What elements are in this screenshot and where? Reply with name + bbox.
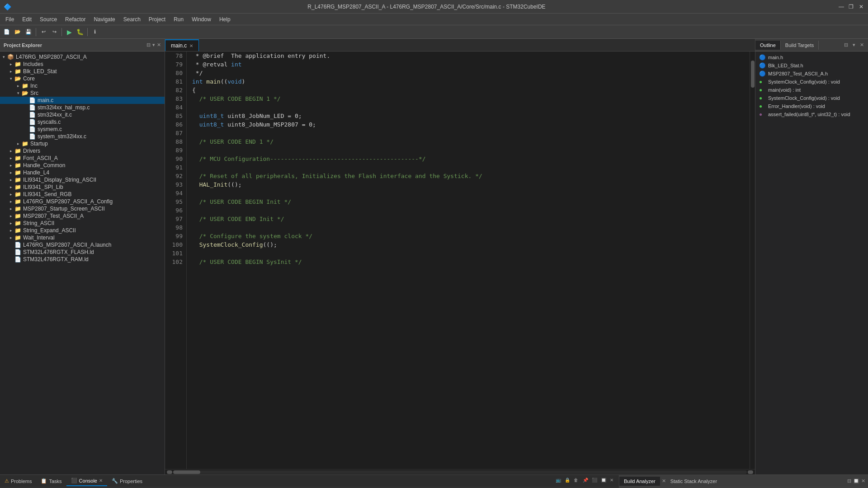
new-file-btn[interactable]: 📄 bbox=[2, 27, 12, 37]
tree-item-syscalls[interactable]: 📄syscalls.c bbox=[0, 118, 165, 126]
expand-icon-core[interactable]: ▾ bbox=[7, 76, 14, 81]
tree-item-waitinterval[interactable]: ▸📁Wait_Interval bbox=[0, 234, 165, 241]
code-line-85[interactable]: uint8_t uint8_JobNum_LED = 0; bbox=[192, 112, 750, 120]
outline-item-6[interactable]: ● Error_Handler(void) : void bbox=[755, 102, 868, 110]
expand-icon-src[interactable]: ▾ bbox=[14, 91, 22, 95]
hscrollbar-track[interactable] bbox=[173, 470, 747, 474]
code-line-97[interactable]: /* USER CODE END Init */ bbox=[192, 215, 750, 223]
tree-item-core[interactable]: ▾📂Core bbox=[0, 75, 165, 82]
console-tab-problems[interactable]: ⚠ Problems bbox=[0, 476, 36, 486]
menu-item-project[interactable]: Project bbox=[145, 15, 169, 23]
code-lines[interactable]: * @brief The application entry point. * … bbox=[187, 52, 750, 469]
tree-item-blk[interactable]: ▸📁Blk_LED_Stat bbox=[0, 68, 165, 75]
code-line-93[interactable]: HAL_Init((); bbox=[192, 180, 750, 189]
outline-item-3[interactable]: ● SystemClock_Config(void) : void bbox=[755, 78, 868, 86]
tree-item-handlecom[interactable]: ▸📁Handle_Common bbox=[0, 162, 165, 169]
code-line-90[interactable]: /* MCU Configuration--------------------… bbox=[192, 155, 750, 163]
project-panel-close[interactable]: ✕ bbox=[157, 42, 161, 48]
menu-item-navigate[interactable]: Navigate bbox=[90, 15, 118, 23]
project-panel-collapse[interactable]: ⊟ bbox=[146, 42, 151, 48]
code-line-101[interactable] bbox=[192, 249, 750, 258]
undo-btn[interactable]: ↩ bbox=[38, 27, 48, 37]
menu-item-file[interactable]: File bbox=[2, 15, 18, 23]
ba-ctrl-3[interactable]: ✕ bbox=[861, 478, 865, 484]
expand-icon-msp2807startup[interactable]: ▸ bbox=[7, 206, 14, 211]
console-pin-btn[interactable]: 📌 bbox=[583, 478, 590, 485]
open-btn[interactable]: 📂 bbox=[13, 27, 23, 37]
build-analyzer-close[interactable]: ✕ bbox=[662, 478, 666, 484]
code-editor[interactable]: 7879808182838485868788899091929394959697… bbox=[165, 52, 755, 469]
scrollbar-thumb[interactable] bbox=[751, 61, 755, 88]
code-line-95[interactable]: /* USER CODE BEGIN Init */ bbox=[192, 197, 750, 206]
code-line-79[interactable]: * @retval int bbox=[192, 60, 750, 69]
tree-item-launch[interactable]: 📄L476RG_MSP2807_ASCII_A.launch bbox=[0, 241, 165, 249]
console-max-btn[interactable]: 🔲 bbox=[601, 478, 608, 485]
console-tab-console[interactable]: ⬛ Console ✕ bbox=[66, 476, 107, 486]
expand-icon-handlel4[interactable]: ▸ bbox=[7, 170, 14, 175]
menu-item-refactor[interactable]: Refactor bbox=[61, 15, 89, 23]
console-min-btn[interactable]: ⬛ bbox=[592, 478, 599, 485]
tree-item-ili9341rgb[interactable]: ▸📁ILI9341_Send_RGB bbox=[0, 191, 165, 198]
outline-item-5[interactable]: ● SystemClock_Config(void) : void bbox=[755, 94, 868, 102]
console-tab-tasks[interactable]: 📋 Tasks bbox=[36, 476, 66, 486]
tab-build-targets[interactable]: Build Targets bbox=[781, 41, 819, 50]
code-line-96[interactable] bbox=[192, 206, 750, 215]
expand-icon-fontascii[interactable]: ▸ bbox=[7, 156, 14, 160]
console-close-btn[interactable]: ✕ bbox=[99, 478, 103, 483]
outline-item-7[interactable]: ● assert_failed(uint8_t*, uint32_t) : vo… bbox=[755, 110, 868, 118]
tree-item-l476config[interactable]: ▸📁L476RG_MSP2807_ASCII_A_Config bbox=[0, 198, 165, 205]
redo-btn[interactable]: ↪ bbox=[49, 27, 59, 37]
expand-icon-stringascii[interactable]: ▸ bbox=[7, 221, 14, 225]
save-btn[interactable]: 💾 bbox=[24, 27, 33, 37]
tree-item-startup[interactable]: ▸📁Startup bbox=[0, 140, 165, 147]
tree-item-drivers[interactable]: ▸📁Drivers bbox=[0, 147, 165, 155]
right-panel-close[interactable]: ✕ bbox=[859, 42, 865, 48]
project-panel-menu[interactable]: ▾ bbox=[152, 42, 155, 48]
code-line-92[interactable]: /* Reset of all peripherals, Initializes… bbox=[192, 172, 750, 180]
outline-item-1[interactable]: 🔵 Blk_LED_Stat.h bbox=[755, 61, 868, 70]
tree-item-ili9341spi[interactable]: ▸📁ILI9341_SPI_Lib bbox=[0, 183, 165, 191]
code-line-88[interactable]: /* USER CODE END 1 */ bbox=[192, 137, 750, 146]
outline-item-0[interactable]: 🔵 main.h bbox=[755, 53, 868, 61]
menu-item-run[interactable]: Run bbox=[170, 15, 187, 23]
editor-tab-main-c[interactable]: main.c ✕ bbox=[165, 39, 199, 51]
tree-item-mainc[interactable]: 📄main.c bbox=[0, 97, 165, 104]
expand-icon-ili9341str[interactable]: ▸ bbox=[7, 178, 14, 182]
ba-ctrl-2[interactable]: 🔲 bbox=[853, 478, 859, 484]
console-tab-properties[interactable]: 🔧 Properties bbox=[107, 476, 147, 486]
expand-icon-handlecom[interactable]: ▸ bbox=[7, 163, 14, 168]
code-line-82[interactable]: { bbox=[192, 86, 750, 94]
tree-item-msp2807startup[interactable]: ▸📁MSP2807_Startup_Screen_ASCII bbox=[0, 205, 165, 212]
expand-icon-root[interactable]: ▾ bbox=[0, 55, 7, 59]
code-line-91[interactable] bbox=[192, 163, 750, 172]
code-line-80[interactable]: */ bbox=[192, 69, 750, 77]
tree-item-includes[interactable]: ▸📁Includes bbox=[0, 61, 165, 68]
expand-icon-inc[interactable]: ▸ bbox=[14, 84, 22, 88]
tree-item-stringascii[interactable]: ▸📁String_ASCII bbox=[0, 220, 165, 227]
tree-item-stm32hal[interactable]: 📄stm32l4xx_hal_msp.c bbox=[0, 104, 165, 111]
console-clear-btn[interactable]: 🗑 bbox=[574, 478, 581, 485]
editor-hscrollbar[interactable] bbox=[165, 469, 755, 474]
tree-item-handlel4[interactable]: ▸📁Handle_L4 bbox=[0, 169, 165, 176]
tree-item-ram[interactable]: 📄STM32L476RGTX_RAM.ld bbox=[0, 256, 165, 263]
expand-icon-waitinterval[interactable]: ▸ bbox=[7, 235, 14, 240]
code-line-83[interactable]: /* USER CODE BEGIN 1 */ bbox=[192, 94, 750, 103]
code-line-89[interactable] bbox=[192, 146, 750, 155]
expand-icon-ili9341rgb[interactable]: ▸ bbox=[7, 192, 14, 197]
tree-item-flash[interactable]: 📄STM32L476RGTX_FLASH.ld bbox=[0, 249, 165, 256]
outline-item-4[interactable]: ● main(void) : int bbox=[755, 86, 868, 94]
code-line-87[interactable] bbox=[192, 129, 750, 137]
close-button[interactable]: ✕ bbox=[858, 4, 864, 10]
editor-scrollbar[interactable] bbox=[750, 52, 755, 469]
code-line-102[interactable]: /* USER CODE BEGIN SysInit */ bbox=[192, 258, 750, 266]
menu-item-window[interactable]: Window bbox=[188, 15, 215, 23]
code-line-98[interactable] bbox=[192, 223, 750, 232]
expand-icon-msp2807test[interactable]: ▸ bbox=[7, 214, 14, 218]
hscrollbar-right-btn[interactable] bbox=[748, 470, 753, 474]
tree-item-stm32it[interactable]: 📄stm32l4xx_it.c bbox=[0, 111, 165, 118]
tree-item-sysmem[interactable]: 📄sysmem.c bbox=[0, 126, 165, 133]
maximize-button[interactable]: ❐ bbox=[848, 4, 854, 10]
tab-static-stack[interactable]: Static Stack Analyzer bbox=[666, 477, 722, 486]
info-btn[interactable]: ℹ bbox=[90, 27, 100, 37]
tab-outline[interactable]: Outline bbox=[755, 41, 781, 50]
